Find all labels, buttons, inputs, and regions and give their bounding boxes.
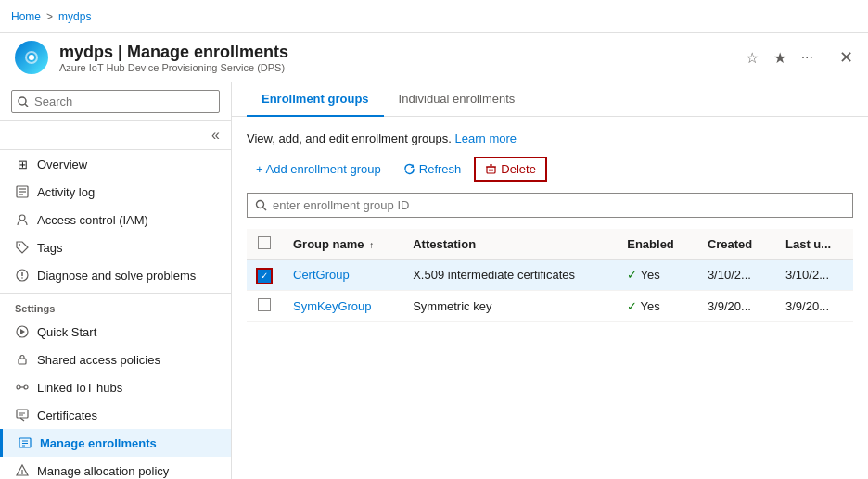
sidebar-item-label: Shared access policies xyxy=(37,353,160,367)
search-bar-icon xyxy=(255,199,267,211)
check-icon: ✓ xyxy=(627,268,637,282)
last-updated-header: Last u... xyxy=(774,229,853,260)
group-name-cell: CertGroup xyxy=(282,260,402,291)
service-icon xyxy=(15,41,48,74)
content-panel: Enrollment groups Individual enrollments… xyxy=(232,82,868,479)
table-row: SymKeyGroupSymmetric key✓ Yes3/9/20...3/… xyxy=(247,290,853,321)
add-enrollment-group-button[interactable]: + Add enrollment group xyxy=(247,158,390,181)
sidebar-item-label: Overview xyxy=(37,158,87,171)
sidebar-item-manage-enrollments[interactable]: Manage enrollments xyxy=(0,429,231,457)
last-updated-cell: 3/9/20... xyxy=(774,290,853,321)
breadcrumb-separator: > xyxy=(46,10,53,23)
sidebar-item-label: Diagnose and solve problems xyxy=(37,269,196,283)
sidebar-item-diagnose[interactable]: Diagnose and solve problems xyxy=(0,261,231,289)
activity-log-icon xyxy=(15,184,30,199)
settings-section-label: Settings xyxy=(0,293,231,318)
sidebar-item-label: Tags xyxy=(37,241,62,255)
svg-point-10 xyxy=(21,277,23,279)
tags-icon xyxy=(15,240,30,255)
svg-point-12 xyxy=(17,385,20,389)
content-description: View, add, and edit enrollment groups. L… xyxy=(247,132,853,145)
enrollment-search-bar xyxy=(247,193,853,218)
manage-enrollments-icon xyxy=(18,435,32,450)
sidebar-item-access-control[interactable]: Access control (IAM) xyxy=(0,206,231,233)
breadcrumb-bar: Home > mydps xyxy=(0,0,868,33)
created-header: Created xyxy=(696,229,774,260)
svg-point-6 xyxy=(19,215,25,221)
refresh-button[interactable]: Refresh xyxy=(394,158,471,181)
sidebar-item-manage-allocation[interactable]: Manage allocation policy xyxy=(0,457,231,479)
overview-icon: ⊞ xyxy=(15,157,30,171)
sidebar-item-label: Activity log xyxy=(37,185,95,199)
row-checkbox-symkeygroup[interactable] xyxy=(258,298,271,311)
group-name-header: Group name ↑ xyxy=(282,229,402,260)
sidebar-nav: ⊞ Overview Activity log xyxy=(0,150,231,479)
star-button[interactable]: ★ xyxy=(770,45,790,70)
collapse-sidebar-button[interactable]: « xyxy=(211,127,220,144)
attestation-cell: Symmetric key xyxy=(402,290,616,321)
favorite-button[interactable]: ☆ xyxy=(742,45,762,70)
enrollment-search-input[interactable] xyxy=(273,198,845,212)
certificates-icon xyxy=(15,408,30,422)
delete-icon xyxy=(485,163,497,175)
tab-enrollment-groups[interactable]: Enrollment groups xyxy=(247,82,384,117)
enabled-cell: ✓ Yes xyxy=(616,290,696,321)
linked-iot-icon xyxy=(15,380,30,395)
enrollment-table: Group name ↑ Attestation Enabled Created… xyxy=(247,229,853,322)
select-all-checkbox[interactable] xyxy=(258,236,271,249)
access-control-icon xyxy=(15,212,30,227)
page-subtitle: Azure IoT Hub Device Provisioning Servic… xyxy=(59,62,731,73)
header-actions: ☆ ★ ··· xyxy=(742,45,817,70)
sidebar-item-certificates[interactable]: Certificates xyxy=(0,401,231,429)
toolbar: + Add enrollment group Refresh xyxy=(247,157,853,182)
sidebar-item-label: Quick Start xyxy=(37,325,96,339)
sidebar-item-quick-start[interactable]: Quick Start xyxy=(0,318,231,346)
content-body: View, add, and edit enrollment groups. L… xyxy=(232,117,868,479)
group-name-link[interactable]: CertGroup xyxy=(293,268,350,282)
sidebar-item-overview[interactable]: ⊞ Overview xyxy=(0,150,231,178)
sidebar-item-linked-iot[interactable]: Linked IoT hubs xyxy=(0,373,231,401)
attestation-header: Attestation xyxy=(402,229,616,260)
page-header: mydps | Manage enrollments Azure IoT Hub… xyxy=(0,33,868,82)
enabled-header: Enabled xyxy=(616,229,696,260)
sidebar-item-label: Linked IoT hubs xyxy=(37,381,122,395)
svg-point-13 xyxy=(24,385,28,389)
svg-point-7 xyxy=(19,244,20,246)
svg-rect-11 xyxy=(19,359,26,364)
refresh-icon xyxy=(403,163,415,175)
breadcrumb-home[interactable]: Home xyxy=(11,10,41,23)
sidebar-item-label: Manage allocation policy xyxy=(37,464,169,478)
shared-access-icon xyxy=(15,352,30,367)
group-name-cell: SymKeyGroup xyxy=(282,290,402,321)
header-title-block: mydps | Manage enrollments Azure IoT Hub… xyxy=(59,43,731,73)
learn-more-link[interactable]: Learn more xyxy=(455,132,517,145)
sidebar-item-tags[interactable]: Tags xyxy=(0,233,231,261)
delete-button[interactable]: Delete xyxy=(474,157,547,182)
more-options-button[interactable]: ··· xyxy=(798,45,817,69)
svg-point-31 xyxy=(257,201,264,208)
sort-arrow-icon: ↑ xyxy=(369,240,374,250)
check-icon: ✓ xyxy=(627,299,637,313)
sidebar-item-label: Manage enrollments xyxy=(40,436,157,450)
close-button[interactable]: ✕ xyxy=(839,47,853,68)
page-title: mydps | Manage enrollments xyxy=(59,43,731,62)
row-checkbox-certgroup[interactable] xyxy=(258,270,271,283)
enabled-cell: ✓ Yes xyxy=(616,260,696,291)
breadcrumb: Home > mydps xyxy=(11,10,91,23)
sidebar-item-label: Access control (IAM) xyxy=(37,213,148,227)
sidebar-item-shared-access[interactable]: Shared access policies xyxy=(0,346,231,373)
manage-allocation-icon xyxy=(15,463,30,478)
svg-point-1 xyxy=(29,55,34,60)
tab-individual-enrollments[interactable]: Individual enrollments xyxy=(384,82,530,117)
sidebar-item-label: Certificates xyxy=(37,409,97,422)
svg-line-32 xyxy=(263,208,267,211)
sidebar-collapse-section: « xyxy=(0,121,231,150)
group-name-link[interactable]: SymKeyGroup xyxy=(293,299,372,313)
quick-start-icon xyxy=(15,324,30,339)
search-input[interactable] xyxy=(11,90,220,113)
tabs-bar: Enrollment groups Individual enrollments xyxy=(232,82,868,117)
table-row: CertGroupX.509 intermediate certificates… xyxy=(247,260,853,291)
attestation-cell: X.509 intermediate certificates xyxy=(402,260,616,291)
sidebar-item-activity-log[interactable]: Activity log xyxy=(0,178,231,206)
breadcrumb-current[interactable]: mydps xyxy=(58,10,91,23)
